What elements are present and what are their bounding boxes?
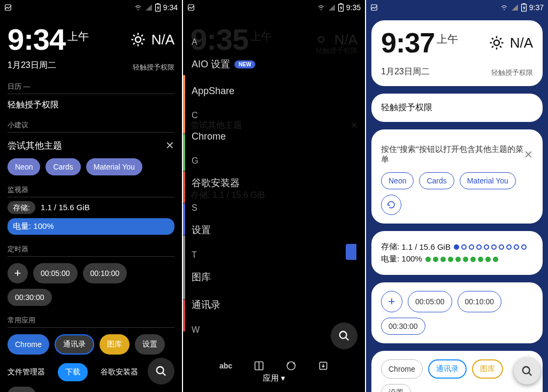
theme-cards-chip[interactable]: Cards — [419, 172, 454, 189]
picture-icon — [187, 4, 195, 11]
clock-ampm: 上午 — [67, 30, 89, 42]
svg-line-12 — [141, 35, 143, 36]
app-download-chip[interactable]: 下载 — [58, 363, 88, 381]
wifi-icon — [499, 4, 509, 11]
undo-button[interactable] — [381, 195, 401, 215]
app-settings-chip[interactable]: 设置 — [381, 384, 411, 392]
search-icon — [338, 330, 350, 342]
app-contacts-chip[interactable]: 通讯录 — [428, 359, 467, 379]
timer-1-chip[interactable]: 00:05:00 — [33, 263, 78, 283]
section-A: A — [192, 37, 356, 47]
svg-line-11 — [133, 43, 135, 44]
grid-icon[interactable] — [254, 360, 264, 371]
app-contacts-chip[interactable]: 通讯录 — [55, 334, 94, 355]
clock-weather-row: 9:34上午 N/A — [7, 25, 174, 55]
section-S: S — [192, 203, 356, 213]
close-icon[interactable]: ✕ — [165, 139, 174, 152]
calendar-perm-line[interactable]: 轻触授予权限 — [7, 99, 174, 111]
svg-point-24 — [340, 332, 347, 339]
app-aio-settings[interactable]: AIO 设置 NEW — [192, 50, 356, 78]
theme-neon-chip[interactable]: Neon — [7, 158, 40, 175]
search-fab[interactable] — [514, 358, 541, 385]
picture-icon — [370, 4, 378, 11]
svg-point-39 — [523, 367, 530, 374]
svg-point-13 — [157, 367, 164, 374]
clock-icon[interactable] — [286, 360, 296, 371]
add-timer-button[interactable]: + — [7, 263, 28, 283]
app-gallery[interactable]: 图库 — [192, 263, 356, 291]
timer-2-chip[interactable]: 00:10:00 — [458, 291, 502, 312]
timer-2-chip[interactable]: 00:10:00 — [83, 263, 127, 283]
app-chrome-chip[interactable]: Chrome — [381, 359, 423, 379]
storage-row[interactable]: 存储: 1.1 / 15.6 GiB — [381, 242, 533, 252]
storage-dots — [454, 244, 527, 250]
timer-1-chip[interactable]: 00:05:00 — [408, 291, 452, 312]
status-time: 9:34 — [163, 3, 178, 12]
close-icon[interactable]: ✕ — [524, 148, 533, 161]
weather-widget[interactable]: N/A — [489, 35, 533, 51]
sun-icon — [489, 35, 505, 51]
app-settings-chip[interactable]: 设置 — [135, 334, 165, 355]
theme-neon-chip[interactable]: Neon — [381, 172, 414, 189]
undo-icon — [386, 200, 396, 210]
app-appshare[interactable]: AppShare — [192, 78, 356, 104]
abc-sort-button[interactable]: abc — [219, 362, 232, 370]
svg-rect-18 — [340, 3, 342, 4]
app-chrome-chip[interactable]: Chrome — [7, 334, 49, 355]
svg-rect-26 — [371, 5, 377, 11]
download-icon[interactable] — [318, 360, 329, 371]
app-chrome[interactable]: Chrome — [192, 124, 356, 150]
theme-materialyou-chip[interactable]: Material You — [460, 172, 516, 189]
svg-point-1 — [138, 9, 139, 10]
chevron-down-icon: ▾ — [281, 373, 285, 383]
calendar-perm-card[interactable]: 轻触授予权限 — [371, 94, 543, 122]
drawer-title[interactable]: 应用 ▾ — [263, 373, 285, 383]
storage-label: 存储: — [381, 242, 399, 252]
themes-card: 按住"搜索"按钮以打开包含其他主题的菜单 ✕ Neon Cards Materi… — [371, 129, 543, 224]
app-settings[interactable]: 设置 — [192, 216, 356, 244]
battery-row[interactable]: 电量: 100% — [381, 254, 533, 264]
app-files-chip[interactable]: 文件管理器 — [7, 363, 52, 381]
theme-hint: 按住"搜索"按钮以打开包含其他主题的菜单 — [381, 144, 524, 165]
search-fab[interactable] — [148, 358, 174, 385]
weather-na: N/A — [151, 32, 174, 48]
theme-cards-chip[interactable]: Cards — [45, 158, 80, 175]
app-contacts[interactable]: 通讯录 — [192, 291, 356, 319]
add-timer-button[interactable]: + — [381, 291, 402, 312]
storage-value: 1.1 / 15.6 GiB — [41, 203, 90, 212]
svg-line-25 — [346, 337, 349, 341]
app-google-installer[interactable]: 谷歌安装器 — [192, 169, 356, 197]
svg-line-40 — [529, 373, 532, 376]
weather-na: N/A — [510, 35, 533, 51]
app-appshare-chip[interactable]: App — [7, 387, 36, 392]
apps-label: 常用应用 — [7, 316, 174, 325]
battery-icon — [155, 3, 161, 12]
calendar-section-label: 日历 — — [7, 82, 174, 91]
battery-icon — [338, 3, 344, 12]
signal-icon — [145, 4, 153, 11]
app-ginstaller-chip[interactable]: 谷歌安装器 — [93, 363, 146, 381]
monitor-card: 存储: 1.1 / 15.6 GiB 电量: 100% — [371, 231, 543, 275]
app-gallery-chip[interactable]: 图库 — [472, 359, 503, 379]
status-time: 9:37 — [529, 3, 544, 12]
theme-materialyou-chip[interactable]: Material You — [86, 158, 142, 175]
battery-row[interactable]: 电量: 100% — [7, 218, 174, 235]
svg-point-30 — [494, 40, 499, 45]
clock-ampm: 上午 — [437, 33, 458, 45]
battery-dots — [425, 257, 498, 262]
status-time: 9:35 — [346, 3, 361, 12]
clock-time: 9:34 — [7, 22, 65, 56]
battery-label: 电量: 100% — [381, 254, 422, 264]
timer-3-chip[interactable]: 00:30:00 — [381, 318, 425, 335]
timer-3-chip[interactable]: 00:30:00 — [7, 289, 52, 306]
weather-widget[interactable]: N/A — [130, 32, 174, 48]
status-bar: 9:34 — [0, 0, 182, 15]
svg-line-38 — [500, 38, 501, 40]
search-fab[interactable] — [331, 322, 357, 349]
signal-icon — [328, 4, 336, 11]
svg-rect-29 — [523, 3, 525, 4]
app-gallery-chip[interactable]: 图库 — [100, 334, 130, 355]
suggestions-label: 小建议 — [7, 120, 174, 130]
storage-row[interactable]: 存储: 1.1 / 15.6 GiB — [7, 203, 174, 213]
timers-card: + 00:05:00 00:10:00 00:30:00 — [371, 282, 543, 343]
